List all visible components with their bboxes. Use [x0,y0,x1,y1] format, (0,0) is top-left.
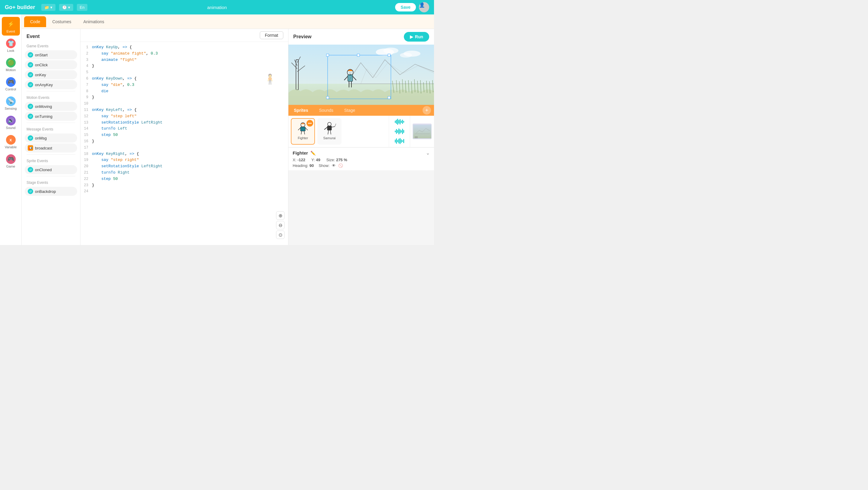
show-visible-icon[interactable]: 👁 [332,163,336,168]
file-icon: 📁 [44,5,49,10]
sound-bar [402,140,403,142]
sound-bar [401,130,402,132]
sprite-size-value: 275 % [336,158,347,162]
sidebar-item-motion[interactable]: 🟢 Motion [2,56,20,74]
sprite-menu-icon[interactable]: ••• [307,120,313,127]
code-line-9: 9 } [81,94,288,101]
language-button[interactable]: En [77,4,88,11]
tab-sprites[interactable]: Sprites [288,105,313,116]
sprite-collapse-icon[interactable]: ⌄ [426,150,430,156]
sprite-heading-value: 90 [310,163,314,168]
svg-rect-14 [327,96,329,99]
zoom-reset-button[interactable]: ⊙ [276,231,284,239]
sound-bar [395,140,396,143]
event-btn-onmsg[interactable]: ↺ onMsg [25,133,77,143]
run-button[interactable]: ▶ Run [404,32,429,41]
sounds-column [389,116,410,147]
sprite-card-fighter[interactable]: ••• [291,118,315,145]
svg-rect-12 [327,54,329,56]
stage-thumbnail[interactable] [412,124,432,139]
code-line-18: 18 onKey KeyRight, => { [81,151,288,157]
event-icon: ⚡ [6,19,16,29]
sidebar-label-event: Event [6,30,15,33]
svg-line-43 [304,131,305,134]
code-line-21: 21 turnTo Right [81,170,288,176]
sound-wave-2 [395,128,404,135]
onkey-icon: ↺ [28,72,33,78]
main-layout: ⚡ Event 👕 Look 🟢 Motion 🎮 Control 📡 Sens… [0,14,434,245]
divider-4 [27,176,75,176]
zoom-out-button[interactable]: ⊖ [276,221,284,229]
events-panel-title: Event [22,31,80,41]
game-icon: 🎮 [6,154,16,164]
code-line-20: 20 setRotationStyle LeftRight [81,163,288,170]
sidebar-item-variable[interactable]: x Variable [2,132,20,151]
sidebar-item-event[interactable]: ⚡ Event [2,17,20,36]
event-btn-onmoving[interactable]: ↺ onMoving [25,102,77,111]
tab-sounds[interactable]: Sounds [313,105,338,116]
stage-events-label: Stage Events [22,178,80,186]
svg-line-49 [330,130,331,134]
sound-bar [401,121,402,123]
code-line-24: 24 [81,188,288,195]
sound-bar [395,121,396,123]
run-play-icon: ▶ [410,34,413,39]
avatar[interactable]: 👤 [419,2,429,12]
sidebar-item-control[interactable]: 🎮 Control [2,75,20,93]
event-btn-onstart[interactable]: ↺ onStart [25,50,77,59]
history-menu-button[interactable]: 🕐 ▾ [59,4,73,11]
event-btn-onclick[interactable]: ↺ onClick [25,60,77,69]
sprite-info-row3: Heading: 90 Show: 👁 🚫 [293,163,430,168]
sound-bar [400,119,401,124]
show-hidden-icon[interactable]: 🚫 [338,163,343,168]
format-button[interactable]: Format [260,31,283,39]
tab-costumes[interactable]: Costumes [46,16,77,27]
code-zoom-controls: ⊕ ⊖ ⊙ [276,211,284,239]
sidebar-label-look: Look [7,49,14,53]
save-button[interactable]: Save [395,3,416,11]
sidebar-item-look[interactable]: 👕 Look [2,36,20,55]
preview-canvas[interactable] [288,44,434,105]
file-menu-button[interactable]: 📁 ▾ [41,4,56,11]
stage-thumbnail-area [410,116,434,147]
sprites-tabs-bar: Sprites Sounds Stage + [288,105,434,116]
event-btn-onturning[interactable]: ↺ onTurning [25,112,77,121]
code-editor[interactable]: 1 onKey KeyUp, => { 2 say "animate fight… [81,42,288,245]
svg-line-52 [335,124,336,127]
svg-rect-25 [348,75,352,81]
divider-3 [27,154,75,155]
sprite-card-samurai[interactable]: Samurai [317,118,341,145]
tab-code[interactable]: Code [24,16,46,27]
zoom-in-button[interactable]: ⊕ [276,211,284,220]
sidebar-item-sensing[interactable]: 📡 Sensing [2,94,20,113]
sprite-edit-icon[interactable]: ✏️ [310,151,315,155]
sidebar-item-sound[interactable]: 🔊 Sound [2,113,20,132]
sprite-size-label: Size: 275 % [327,158,347,162]
sound-bar [400,129,401,133]
sidebar-label-sound: Sound [6,126,16,130]
event-btn-oncloned[interactable]: ↺ onCloned [25,165,77,174]
sprite-heading-label: Heading: 90 [293,163,314,168]
onstart-icon: ↺ [28,52,33,58]
sound-bar [396,129,397,134]
add-sprite-button[interactable]: + [423,106,431,115]
svg-point-10 [404,51,421,57]
code-toolbar: Format [81,29,288,42]
look-icon: 👕 [6,38,16,48]
sound-bar [400,138,401,144]
svg-line-44 [298,128,301,130]
event-btn-broadcast[interactable]: 📢 broadcast [25,144,77,152]
event-btn-onanykey[interactable]: ↺ onAnyKey [25,80,77,89]
tab-bar: Code Costumes Animations [22,14,434,29]
sidebar-item-game[interactable]: 🎮 Game [2,152,20,171]
tab-animations[interactable]: Animations [78,16,110,27]
event-btn-onbackdrop[interactable]: ↺ onBackdrop [25,187,77,196]
svg-rect-15 [388,96,390,99]
svg-rect-55 [415,136,418,138]
sound-bar [401,139,402,143]
sprite-info-row2: X: -122 Y: 49 Size: 275 % [293,158,430,162]
event-btn-onkey[interactable]: ↺ onKey [25,70,77,79]
tab-stage[interactable]: Stage [339,105,361,116]
sidebar-label-control: Control [5,87,16,91]
history-chevron-icon: ▾ [68,5,70,10]
